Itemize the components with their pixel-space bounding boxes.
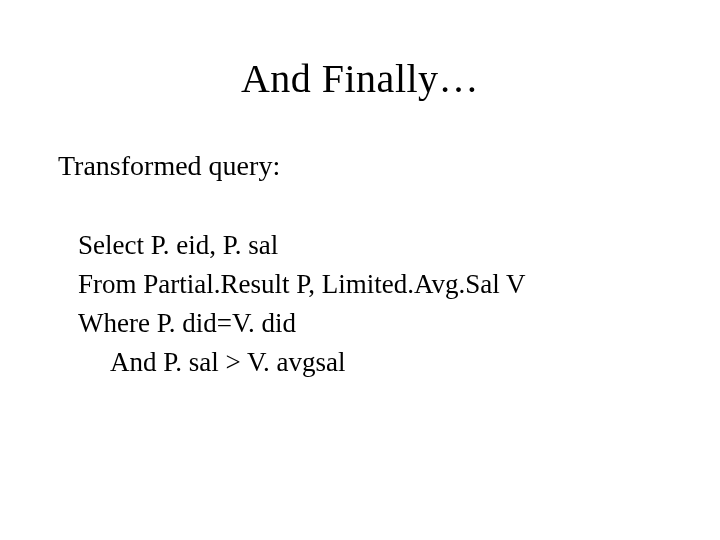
- subtitle: Transformed query:: [58, 150, 660, 182]
- query-line-where: Where P. did=V. did: [78, 304, 660, 343]
- query-line-select: Select P. eid, P. sal: [78, 226, 660, 265]
- query-line-and: And P. sal > V. avgsal: [110, 343, 660, 382]
- query-line-from: From Partial.Result P, Limited.Avg.Sal V: [78, 265, 660, 304]
- slide-container: And Finally… Transformed query: Select P…: [0, 0, 720, 540]
- query-block: Select P. eid, P. sal From Partial.Resul…: [78, 226, 660, 383]
- slide-title: And Finally…: [60, 55, 660, 102]
